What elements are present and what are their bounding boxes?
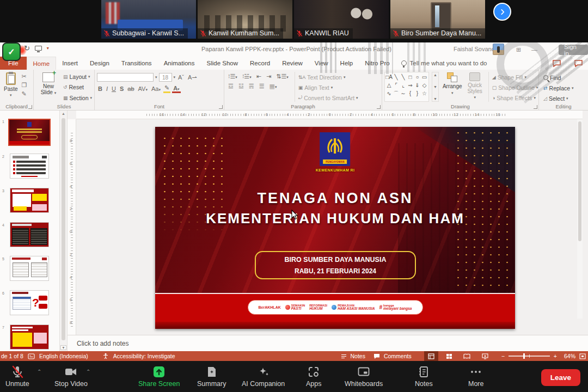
line-spacing-button[interactable]: ⇅☰▾ bbox=[274, 73, 290, 80]
stop-video-button[interactable]: Stop Video bbox=[54, 365, 88, 388]
leave-button[interactable]: Leave bbox=[541, 369, 580, 386]
cut-icon[interactable]: ✂ bbox=[22, 73, 27, 80]
align-left-button[interactable]: ☲ bbox=[226, 83, 235, 90]
underline-button[interactable]: U bbox=[111, 85, 117, 92]
clear-format-icon[interactable]: A⇀ bbox=[187, 74, 198, 81]
layout-button[interactable]: ▤Layout▾ bbox=[63, 73, 92, 81]
slide-thumbnail-7[interactable] bbox=[10, 324, 49, 350]
tab-insert[interactable]: Insert bbox=[56, 57, 84, 70]
slide-thumbnail-1[interactable] bbox=[8, 119, 51, 146]
tell-me-box[interactable]: Tell me what you want to do bbox=[401, 57, 487, 70]
normal-view-button[interactable] bbox=[424, 351, 438, 361]
reset-button[interactable]: ↺Reset bbox=[63, 83, 92, 91]
quick-styles-button[interactable]: Quick Styles▾ bbox=[466, 72, 484, 102]
slide-thumbnail-5[interactable] bbox=[10, 256, 49, 281]
slide-canvas[interactable]: PENGAYOMAN KEMENKUMHAM RI TENAGA NON ASN… bbox=[155, 127, 515, 329]
arrange-button[interactable]: Arrange▾ bbox=[441, 72, 464, 102]
participant-video-1[interactable]: Subbagwai - Kanwil S... bbox=[101, 0, 196, 39]
slide-thumbnail-6[interactable]: ? bbox=[10, 290, 49, 315]
shapes-scrollbar[interactable]: ▲▼▼ bbox=[432, 72, 439, 102]
slide-thumbnail-4[interactable] bbox=[10, 222, 49, 247]
stop-video-options-chevron[interactable]: ⌃ bbox=[86, 369, 90, 375]
columns-button[interactable]: ▦▾ bbox=[268, 83, 279, 90]
strikethrough-button[interactable]: ab bbox=[126, 85, 135, 92]
more-button[interactable]: More bbox=[468, 365, 483, 388]
slide-sorter-view-button[interactable] bbox=[442, 351, 456, 361]
scroll-up-icon[interactable]: ▲ bbox=[60, 112, 67, 115]
change-case-button[interactable]: Aa▾ bbox=[150, 85, 162, 92]
unmute-button[interactable]: Unmute bbox=[5, 365, 29, 388]
align-right-button[interactable]: ☴ bbox=[247, 83, 256, 90]
share-screen-button[interactable]: Share Screen bbox=[138, 365, 180, 388]
tab-design[interactable]: Design bbox=[84, 57, 115, 70]
redo-icon[interactable]: ↻ bbox=[24, 44, 30, 52]
notes-toggle[interactable]: Notes bbox=[351, 353, 365, 359]
minimize-icon[interactable]: — bbox=[531, 46, 537, 53]
text-direction-button[interactable]: ⇅AText Direction▾ bbox=[298, 74, 358, 82]
thumbnail-scrollbar[interactable]: ▲ ▼ bbox=[60, 111, 68, 351]
shape-effects-button[interactable]: ◑Shape Effects▾ bbox=[492, 94, 538, 102]
participant-video-4[interactable]: Biro Sumber Daya Manu... bbox=[390, 0, 485, 39]
tab-transitions[interactable]: Transitions bbox=[115, 57, 158, 70]
new-slide-button[interactable]: New Slide ▾ bbox=[36, 72, 61, 102]
customize-qat-icon[interactable]: ▾ bbox=[47, 46, 49, 51]
comment-bubble-icon[interactable] bbox=[574, 60, 583, 67]
share-window-icon[interactable]: ⊞ bbox=[516, 46, 521, 53]
highlight-color-button[interactable]: ✎ bbox=[163, 84, 170, 93]
whiteboards-button[interactable]: Whiteboards bbox=[345, 365, 383, 388]
find-button[interactable]: Find bbox=[543, 74, 586, 82]
dialog-launcher-icon[interactable] bbox=[28, 105, 32, 109]
notes-pane[interactable]: Click to add notes bbox=[68, 335, 588, 351]
tab-review[interactable]: Review bbox=[276, 57, 309, 70]
participant-video-3[interactable]: KANWIL RIAU bbox=[294, 0, 389, 39]
comment-bubble-icon[interactable] bbox=[553, 60, 561, 67]
italic-button[interactable]: I bbox=[105, 85, 109, 92]
copy-icon[interactable]: ❐ bbox=[22, 82, 27, 89]
zoom-percent[interactable]: 64% bbox=[564, 353, 575, 359]
convert-smartart-button[interactable]: ⤾Convert to SmartArt▾ bbox=[298, 94, 358, 102]
increase-indent-button[interactable]: ⇥ bbox=[265, 73, 273, 80]
section-button[interactable]: ▦Section▾ bbox=[63, 94, 92, 102]
avatar[interactable] bbox=[493, 44, 504, 55]
canvas-scrollbar[interactable] bbox=[577, 119, 583, 318]
select-button[interactable]: ◿Select▾ bbox=[543, 94, 586, 102]
summary-button[interactable]: Summary bbox=[197, 365, 226, 388]
tab-home[interactable]: Home bbox=[27, 57, 57, 70]
ai-companion-button[interactable]: AI Companion bbox=[242, 365, 285, 388]
font-size-input[interactable]: 18 bbox=[159, 73, 172, 82]
next-videos-button[interactable] bbox=[493, 3, 511, 21]
tab-record[interactable]: Record bbox=[244, 57, 276, 70]
zoom-slider-thumb[interactable] bbox=[523, 353, 525, 359]
slide-thumbnail-3[interactable] bbox=[10, 188, 49, 213]
shapes-gallery[interactable]: □A╲╲□○▭ △⌜⌞⇒⇓◇ ∿⌒∼{}☆ bbox=[384, 72, 429, 102]
participant-video-2[interactable]: Kanwil Kumham Sum... bbox=[198, 0, 292, 39]
presenter-display-icon[interactable] bbox=[35, 46, 42, 51]
format-painter-icon[interactable]: ✎ bbox=[22, 90, 27, 97]
scroll-down-icon[interactable]: ▼ bbox=[60, 345, 66, 350]
shape-fill-button[interactable]: ◢Shape Fill▾ bbox=[492, 74, 538, 82]
zoom-out-button[interactable]: − bbox=[501, 353, 505, 359]
dialog-launcher-icon[interactable] bbox=[219, 105, 223, 109]
notes-button[interactable]: Notes bbox=[415, 365, 433, 388]
fit-slide-icon[interactable] bbox=[579, 353, 586, 359]
numbering-button[interactable]: ⁝☱▾ bbox=[241, 73, 253, 80]
char-spacing-button[interactable]: AV▾ bbox=[137, 85, 149, 92]
decrease-indent-button[interactable]: ⇤ bbox=[255, 73, 263, 80]
scrollbar-thumb[interactable] bbox=[62, 118, 65, 340]
accessibility-label[interactable]: Accessibility: Investigate bbox=[113, 353, 175, 359]
bullets-button[interactable]: ⁝☰▾ bbox=[226, 73, 239, 80]
unmute-options-chevron[interactable]: ⌃ bbox=[37, 369, 41, 375]
dialog-launcher-icon[interactable] bbox=[534, 105, 537, 109]
increase-font-icon[interactable]: Aˇ bbox=[177, 74, 185, 81]
dialog-launcher-icon[interactable] bbox=[377, 105, 381, 109]
justify-button[interactable]: ☰ bbox=[258, 83, 266, 90]
apps-button[interactable]: Apps bbox=[306, 365, 322, 388]
slide-thumbnail-2[interactable] bbox=[10, 154, 49, 179]
font-name-input[interactable] bbox=[97, 73, 154, 82]
zoom-in-button[interactable]: + bbox=[554, 353, 557, 359]
language-label[interactable]: English (Indonesia) bbox=[39, 353, 88, 359]
shadow-button[interactable]: S bbox=[119, 85, 125, 92]
slideshow-view-button[interactable] bbox=[478, 351, 492, 361]
bold-button[interactable]: B bbox=[97, 85, 103, 92]
tab-help[interactable]: Help bbox=[334, 57, 359, 70]
